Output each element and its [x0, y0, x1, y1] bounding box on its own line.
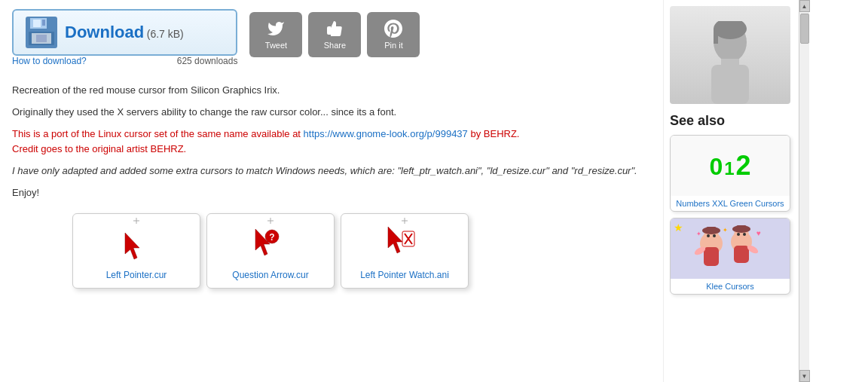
downloads-count: 625 downloads [177, 56, 238, 66]
floppy-icon [26, 17, 57, 48]
digit-0: 0 [709, 153, 723, 181]
cursor-card-left-pointer-watch[interactable]: Left Pointer Watch.ani [341, 213, 469, 289]
description: Recreation of the red mouse cursor from … [12, 83, 651, 201]
pin-label: Pin it [384, 41, 402, 50]
numbers-card-label: Numbers XXL Green Cursors [671, 196, 790, 211]
svg-marker-17 [388, 227, 402, 253]
svg-rect-23 [714, 29, 718, 44]
download-text-group: Download (6.7 kB) [65, 23, 184, 42]
desc-line3-by: by BEHRZ. [468, 128, 520, 139]
left-pointer-watch-preview [359, 218, 450, 267]
tweet-button[interactable]: Tweet [249, 12, 302, 57]
see-also-numbers-card[interactable]: 0 1 2 Numbers XXL Green Cursors [670, 135, 790, 212]
desc-enjoy: Enjoy! [12, 185, 651, 201]
digit-2: 2 [736, 150, 751, 182]
digit-1: 1 [724, 158, 734, 179]
download-button[interactable]: Download (6.7 kB) [12, 9, 237, 56]
svg-point-31 [707, 234, 710, 237]
download-section: Download (6.7 kB) How to download? 625 d… [12, 9, 651, 75]
share-label: Share [324, 41, 346, 50]
svg-rect-6 [36, 35, 47, 42]
svg-rect-3 [42, 20, 45, 26]
cursor-card-question-arrow[interactable]: ? Question Arrow.cur [206, 213, 335, 289]
question-arrow-label: Question Arrow.cur [232, 267, 308, 283]
see-also-klee-card[interactable]: ★ [670, 218, 790, 295]
desc-line1: Recreation of the red mouse cursor from … [12, 83, 651, 99]
how-to-row: How to download? 625 downloads [12, 56, 237, 66]
user-avatar [670, 6, 790, 104]
svg-rect-24 [721, 59, 739, 65]
left-pointer-watch-label: Left Pointer Watch.ani [360, 267, 449, 283]
download-size: (6.7 kB) [147, 28, 184, 40]
pinterest-icon [384, 20, 402, 38]
svg-point-32 [713, 234, 716, 237]
svg-point-39 [737, 233, 740, 236]
svg-text:✦: ✦ [696, 231, 701, 237]
gnome-look-link[interactable]: https://www.gnome-look.org/p/999437 [304, 128, 468, 139]
left-pointer-preview [91, 218, 182, 267]
svg-rect-30 [706, 227, 717, 233]
share-button[interactable]: Share [308, 12, 361, 57]
sidebar: See also 0 1 2 Numbers XXL Green Cursors… [663, 0, 799, 382]
main-content: Download (6.7 kB) How to download? 625 d… [0, 0, 663, 382]
desc-line3: This is a port of the Linux cursor set o… [12, 127, 651, 158]
pin-button[interactable]: Pin it [367, 12, 420, 57]
klee-preview: ★ [671, 219, 790, 279]
tweet-label: Tweet [265, 41, 287, 50]
svg-rect-38 [736, 225, 747, 231]
see-also-title: See also [670, 113, 793, 129]
numbers-preview: 0 1 2 [671, 136, 790, 196]
cursor-card-left-pointer[interactable]: Left Pointer.cur [72, 213, 200, 289]
star-badge: ★ [674, 222, 683, 234]
scrollbar-down-button[interactable]: ▼ [799, 370, 810, 382]
download-label: Download [65, 23, 144, 41]
svg-rect-28 [704, 247, 719, 266]
how-to-link[interactable]: How to download? [12, 56, 87, 66]
klee-characters-svg: ♥ ✦ ✦ [685, 221, 775, 277]
cursor-previews: Left Pointer.cur ? Question Arrow.cur [12, 213, 651, 289]
question-arrow-svg: ? [225, 218, 316, 267]
svg-point-40 [743, 233, 746, 236]
svg-marker-9 [125, 233, 139, 259]
scrollbar-up-button[interactable]: ▲ [799, 0, 810, 12]
left-pointer-svg [91, 218, 182, 267]
thumbs-up-icon [326, 20, 344, 38]
svg-text:✦: ✦ [723, 227, 728, 234]
left-pointer-label: Left Pointer.cur [106, 267, 167, 283]
svg-rect-2 [33, 20, 41, 27]
numbers-display: 0 1 2 [709, 150, 750, 182]
scrollbar-thumb[interactable] [800, 14, 809, 44]
scrollbar[interactable]: ▲ ▼ [799, 0, 809, 382]
desc-line4: I have only adapted and added some extra… [12, 163, 651, 179]
left-pointer-watch-svg [359, 218, 450, 267]
social-buttons: Tweet Share Pin it [249, 9, 420, 57]
svg-text:?: ? [269, 232, 274, 243]
desc-line3-prefix: This is a port of the Linux cursor set o… [12, 128, 304, 139]
desc-line3-credit: Credit goes to the original artist BEHRZ… [12, 143, 186, 154]
desc-line2: Originally they used the X servers abili… [12, 105, 651, 121]
twitter-icon [267, 20, 285, 38]
svg-text:♥: ♥ [756, 229, 761, 237]
svg-rect-25 [711, 65, 749, 104]
person-silhouette-icon [692, 21, 768, 104]
klee-card-label: Klee Cursors [671, 279, 790, 294]
question-arrow-preview: ? [225, 218, 316, 267]
svg-rect-36 [734, 246, 749, 263]
